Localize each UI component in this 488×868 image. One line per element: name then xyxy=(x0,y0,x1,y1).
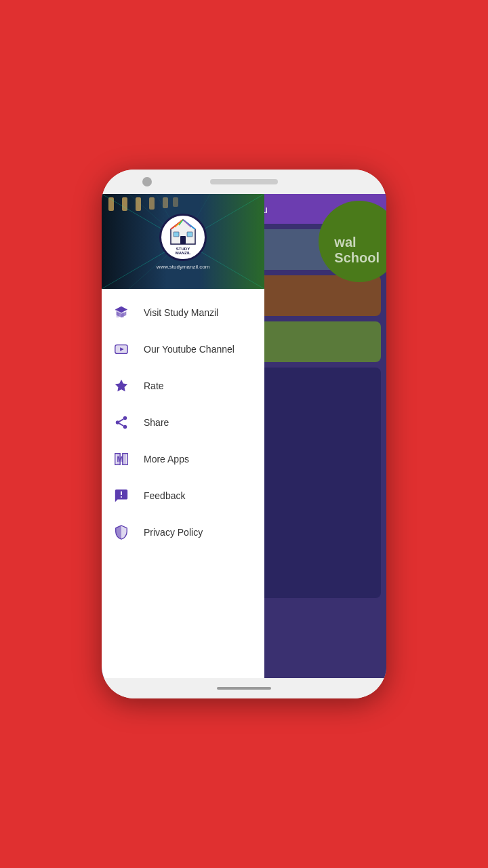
phone-bottom-bar xyxy=(102,678,386,698)
svg-rect-3 xyxy=(149,197,155,210)
drawer-right-partial: wal School xyxy=(264,194,386,678)
more-apps-icon: M xyxy=(113,450,130,468)
svg-rect-22 xyxy=(174,232,179,237)
svg-line-31 xyxy=(119,419,123,422)
svg-rect-4 xyxy=(163,197,168,208)
menu-youtube-label: Our Youtube Channel xyxy=(144,344,235,355)
screen: ← 9th Science Solutions in Urdu xyxy=(102,194,386,678)
menu-item-privacy[interactable]: Privacy Policy xyxy=(102,514,264,551)
home-bar xyxy=(217,687,271,690)
partial-text: wal School xyxy=(334,235,380,266)
phone-frame: ← 9th Science Solutions in Urdu xyxy=(102,170,386,698)
menu-item-youtube[interactable]: Our Youtube Channel xyxy=(102,331,264,368)
menu-more-apps-label: More Apps xyxy=(144,454,189,465)
menu-feedback-label: Feedback xyxy=(144,490,185,501)
drawer-banner: STUDY MANZIL www.studymanzil.com xyxy=(102,194,264,289)
svg-rect-23 xyxy=(187,232,192,237)
svg-rect-21 xyxy=(180,236,186,244)
menu-privacy-label: Privacy Policy xyxy=(144,527,203,538)
menu-item-more-apps[interactable]: M More Apps xyxy=(102,441,264,477)
study-manzil-icon xyxy=(113,304,130,321)
camera xyxy=(142,177,152,186)
feedback-icon xyxy=(113,487,130,505)
menu-item-rate[interactable]: Rate xyxy=(102,368,264,404)
svg-point-29 xyxy=(123,425,127,429)
menu-item-share[interactable]: Share xyxy=(102,404,264,441)
svg-point-28 xyxy=(116,420,120,425)
share-icon xyxy=(113,414,130,431)
privacy-icon xyxy=(113,524,130,541)
menu-rate-label: Rate xyxy=(144,380,164,391)
drawer-overlay: STUDY MANZIL www.studymanzil.com xyxy=(102,194,386,678)
star-icon xyxy=(113,377,130,395)
menu-item-visit[interactable]: Visit Study Manzil xyxy=(102,294,264,331)
banner-url: www.studymanzil.com xyxy=(157,264,210,270)
phone-top-bar xyxy=(102,170,386,194)
svg-point-27 xyxy=(123,416,127,420)
svg-text:M: M xyxy=(117,455,123,463)
menu-visit-label: Visit Study Manzil xyxy=(144,307,218,318)
logo: STUDY MANZIL xyxy=(159,214,207,261)
menu-item-feedback[interactable]: Feedback xyxy=(102,477,264,514)
speaker xyxy=(210,179,278,184)
svg-rect-5 xyxy=(173,197,178,207)
youtube-icon xyxy=(113,340,130,358)
navigation-drawer: STUDY MANZIL www.studymanzil.com xyxy=(102,194,264,678)
svg-line-30 xyxy=(119,423,123,426)
menu-share-label: Share xyxy=(144,417,169,428)
drawer-menu: Visit Study Manzil Our Youtube Channel xyxy=(102,289,264,678)
